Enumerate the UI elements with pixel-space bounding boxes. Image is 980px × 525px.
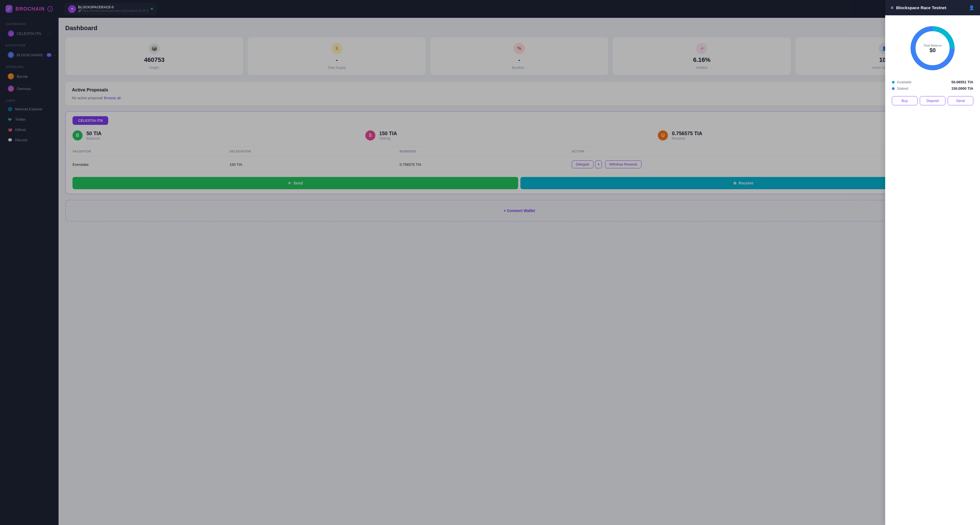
buy-button[interactable]: Buy	[892, 96, 918, 105]
staked-amount: 150.0000 TIA	[951, 86, 973, 90]
staked-label: Staked	[897, 86, 949, 90]
available-label: Available	[897, 80, 949, 84]
menu-icon: ≡	[891, 5, 893, 10]
donut-chart-container: Total Balance $0	[892, 23, 973, 73]
available-dot	[892, 81, 895, 84]
donut-chart: Total Balance $0	[907, 23, 958, 73]
donut-value: $0	[929, 47, 935, 53]
wallet-user-icon: 👤	[969, 5, 974, 10]
overlay-background[interactable]	[0, 0, 980, 525]
wallet-send-button[interactable]: Send	[948, 96, 973, 105]
deposit-button[interactable]: Deposit	[920, 96, 945, 105]
wallet-panel: ≡ Blockspace Race Testnet 👤 Total Balanc…	[885, 0, 980, 525]
wallet-panel-title: Blockspace Race Testnet	[896, 5, 946, 10]
wallet-panel-body: Total Balance $0 Available 50.06551 TIA …	[885, 15, 980, 525]
wallet-actions: Buy Deposit Send	[892, 96, 973, 105]
donut-label: Total Balance	[923, 44, 942, 47]
wallet-panel-header: ≡ Blockspace Race Testnet 👤	[885, 0, 980, 15]
staked-dot	[892, 87, 895, 90]
legend-staked: Staked 150.0000 TIA	[892, 86, 973, 90]
available-amount: 50.06551 TIA	[951, 80, 973, 84]
legend-available: Available 50.06551 TIA	[892, 80, 973, 84]
